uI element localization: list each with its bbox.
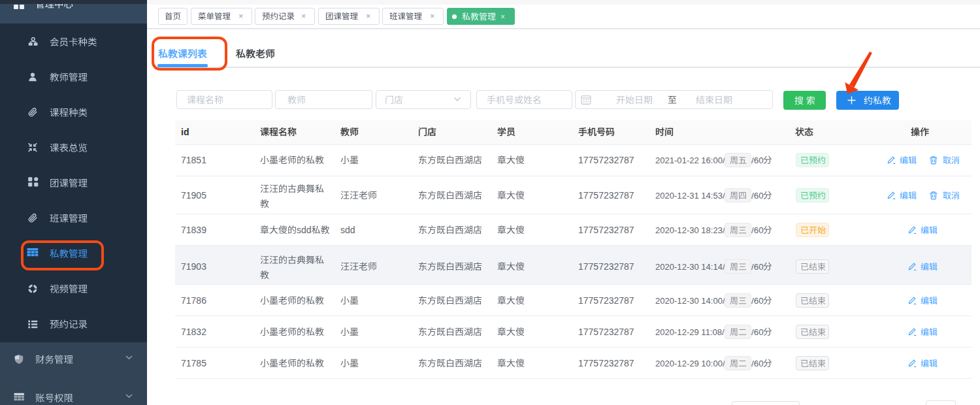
svg-text:×: ×	[238, 12, 243, 21]
svg-text:2020-12-29 11:08/: 2020-12-29 11:08/	[655, 327, 725, 337]
svg-text:/60: /60	[751, 296, 764, 306]
svg-text:2021-01-22 16:00/: 2021-01-22 16:00/	[655, 155, 725, 165]
svg-text:17757232787: 17757232787	[578, 327, 634, 337]
svg-text:2020-12-30 14:14/: 2020-12-30 14:14/	[655, 262, 725, 272]
svg-text:2020-12-29 10:00/: 2020-12-29 10:00/	[655, 359, 725, 368]
svg-text:/60: /60	[751, 327, 764, 337]
svg-text:/60: /60	[751, 155, 764, 165]
svg-text:sdd: sdd	[340, 225, 355, 235]
svg-text:71905: 71905	[181, 190, 206, 201]
svg-text:2020-12-30 14:00/: 2020-12-30 14:00/	[655, 296, 725, 306]
svg-text:/60: /60	[751, 225, 764, 235]
svg-text:17757232787: 17757232787	[578, 295, 634, 306]
svg-text:71851: 71851	[181, 155, 206, 165]
svg-text:71832: 71832	[181, 327, 206, 337]
svg-text:×: ×	[301, 12, 306, 21]
svg-text:71785: 71785	[181, 358, 206, 368]
svg-text:17757232787: 17757232787	[578, 155, 634, 165]
svg-text:2020-12-30 18:23/: 2020-12-30 18:23/	[655, 225, 725, 235]
svg-text:71839: 71839	[181, 225, 206, 235]
svg-text:×: ×	[500, 12, 505, 21]
svg-text:17757232787: 17757232787	[578, 225, 634, 235]
svg-text:71903: 71903	[181, 261, 206, 272]
svg-text:17757232787: 17757232787	[578, 358, 634, 368]
svg-text:×: ×	[366, 12, 370, 21]
svg-text:/60: /60	[751, 359, 764, 368]
svg-text:/60: /60	[751, 191, 764, 201]
svg-text:17757232787: 17757232787	[578, 190, 634, 201]
svg-text:2020-12-31 14:53/: 2020-12-31 14:53/	[655, 191, 725, 201]
svg-text:71786: 71786	[181, 295, 206, 306]
svg-text:/60: /60	[751, 262, 764, 272]
svg-text:id: id	[181, 127, 189, 137]
svg-text:sdd: sdd	[297, 225, 312, 235]
svg-text:×: ×	[430, 12, 434, 21]
svg-text:17757232787: 17757232787	[578, 261, 634, 272]
